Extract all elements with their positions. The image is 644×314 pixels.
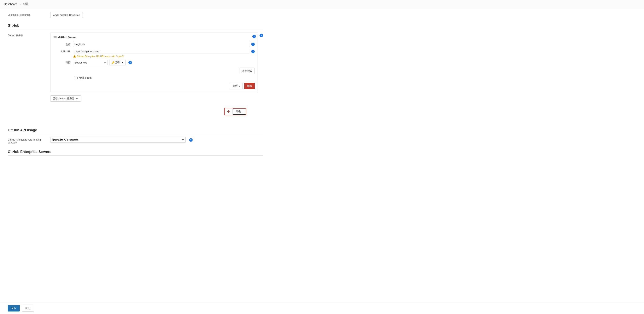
main-content: Lockable Resources Add Lockable Resource… — [0, 8, 271, 177]
api-usage-section: GitHub API usage Github API usage rate l… — [8, 128, 263, 144]
svg-point-0 — [228, 111, 229, 112]
credential-help-icon[interactable]: ? — [128, 61, 132, 64]
lockable-resources-section: Lockable Resources Add Lockable Resource — [8, 12, 263, 18]
add-dropdown-arrow: ▼ — [121, 61, 124, 64]
manage-hook-row: 管理 Hook — [75, 76, 255, 80]
github-section: GitHub Github 服务器 ? GitHub Server — [8, 24, 263, 122]
key-icon: 🔑 — [112, 61, 114, 64]
github-server-block-help-icon[interactable]: ? — [252, 35, 256, 38]
outer-advanced-icon — [225, 108, 233, 115]
github-server-block-header: GitHub Server — [54, 36, 255, 39]
outer-advanced-button-container: 高级... — [224, 108, 246, 115]
github-server-label: Github 服务器 — [8, 33, 50, 37]
add-server-arrow: ▼ — [76, 97, 78, 100]
add-github-server-button[interactable]: 添加 Github 服务器 ▼ — [50, 95, 81, 102]
api-rate-limit-select[interactable]: Normalize API requests Throttle at/near … — [50, 137, 186, 143]
lockable-resources-label: Lockable Resources — [8, 12, 50, 16]
svg-rect-1 — [228, 110, 229, 111]
name-help-icon[interactable]: ? — [251, 43, 255, 46]
github-server-config-row: Github 服务器 ? GitHub Server — [8, 33, 263, 115]
outer-advanced-label-button[interactable]: 高级... — [233, 108, 246, 115]
github-server-block: ? GitHub Server 名称 ? — [50, 33, 258, 92]
api-usage-section-header: GitHub API usage — [8, 128, 263, 134]
warning-icon: ⚠️ — [73, 55, 76, 58]
warning-message: GitHub Enterprise API URL ends with "/ap… — [77, 55, 124, 58]
server-actions-bottom: 高级... 删除 — [54, 83, 255, 89]
add-server-label: 添加 Github 服务器 — [53, 97, 75, 100]
delete-button[interactable]: 删除 — [244, 83, 255, 89]
add-credential-label: 添加 — [115, 61, 120, 64]
lockable-resources-row: Lockable Resources Add Lockable Resource — [8, 12, 263, 18]
name-field-row: 名称 ? — [54, 42, 255, 47]
settings-icon — [227, 110, 230, 113]
name-field-label: 名称 — [54, 42, 73, 46]
breadcrumb-current: 配置 — [23, 2, 28, 6]
server-actions-top: 连接测试 — [54, 68, 255, 74]
github-server-row-help-icon[interactable]: ? — [260, 34, 263, 37]
api-url-field-row: API URL ? ⚠️ GitHub Enterprise API URL e… — [54, 49, 255, 58]
api-usage-label: Github API usage rate limiting strategy — [8, 137, 50, 144]
api-usage-help-icon[interactable]: ? — [189, 138, 192, 142]
drag-handle[interactable] — [54, 36, 57, 38]
manage-hook-checkbox[interactable] — [75, 77, 78, 79]
api-url-label: API URL — [54, 49, 73, 53]
github-server-value: ? GitHub Server 名称 ? — [50, 33, 258, 115]
enterprise-section: GitHub Enterprise Servers — [8, 150, 263, 156]
svg-rect-3 — [227, 111, 228, 112]
add-lockable-resource-button[interactable]: Add Lockable Resource — [50, 12, 83, 18]
breadcrumb: Dashboard → 配置 — [0, 0, 644, 8]
breadcrumb-arrow: → — [19, 3, 22, 6]
name-input[interactable] — [73, 42, 250, 47]
breadcrumb-dashboard[interactable]: Dashboard — [4, 3, 17, 6]
svg-rect-2 — [228, 112, 229, 113]
api-url-warning: ⚠️ GitHub Enterprise API URL ends with "… — [73, 55, 255, 58]
github-server-title: GitHub Server — [58, 36, 76, 39]
connection-test-button[interactable]: 连接测试 — [239, 68, 255, 74]
api-url-input[interactable] — [73, 49, 250, 54]
add-credential-button[interactable]: 🔑 添加 ▼ — [109, 60, 126, 66]
svg-rect-4 — [229, 111, 230, 112]
credential-type-select[interactable]: Secret text Username with password — [73, 60, 108, 65]
api-url-help-icon[interactable]: ? — [251, 50, 255, 53]
lockable-resources-value: Add Lockable Resource — [50, 12, 263, 18]
credential-label: 凭据 — [54, 60, 73, 64]
github-section-header: GitHub — [8, 24, 263, 30]
manage-hook-label: 管理 Hook — [79, 76, 92, 80]
enterprise-section-header: GitHub Enterprise Servers — [8, 150, 263, 156]
credential-field-row: 凭据 Secret text Username with password 🔑 … — [54, 60, 255, 66]
api-usage-value: Normalize API requests Throttle at/near … — [50, 137, 263, 143]
credential-row: Secret text Username with password 🔑 添加 … — [73, 60, 126, 66]
advanced-button[interactable]: 高级... — [230, 83, 243, 89]
api-usage-row: Github API usage rate limiting strategy … — [8, 137, 263, 144]
